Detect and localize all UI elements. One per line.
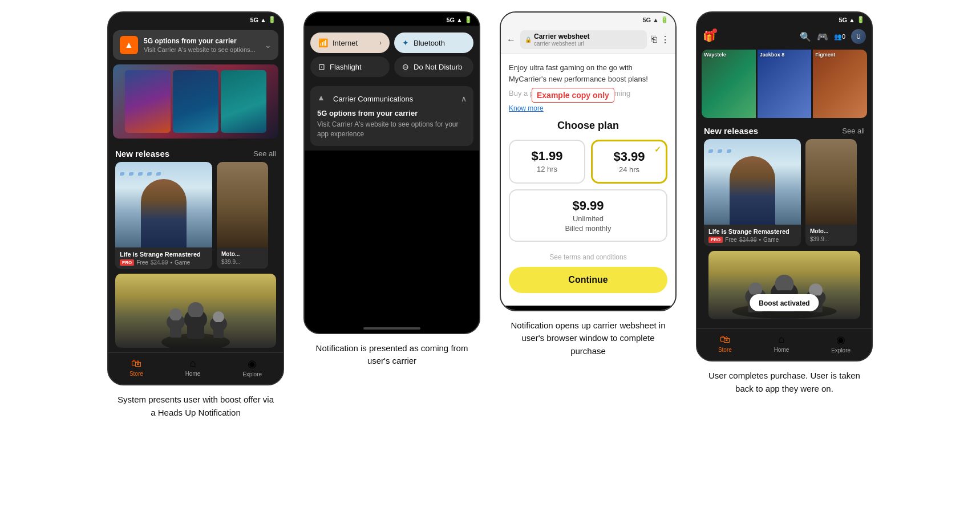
controller-icon[interactable]: 🎮 xyxy=(817,31,828,42)
p4-game-type: Game xyxy=(763,237,779,243)
browser-back-button[interactable]: ← xyxy=(507,35,516,45)
choose-plan-title: Choose plan xyxy=(509,120,667,132)
butterfly-2 xyxy=(129,172,133,176)
butterfly-5 xyxy=(156,172,161,176)
toggle-row-2: ⊡ Flashlight ⊖ Do Not Disturb xyxy=(310,56,473,77)
browser-url-bar[interactable]: 🔒 Carrier websheet carrier websheet url xyxy=(520,30,647,49)
phone4-column: 5G ▲ 🔋 🎁 🔍 🎮 👥0 U xyxy=(693,11,876,395)
promo-text-1: Enjoy ultra fast gaming on the go with M… xyxy=(509,63,648,83)
see-all-link[interactable]: See all xyxy=(253,149,276,158)
share-icon[interactable]: ⎗ xyxy=(651,34,657,45)
p4-butterfly-2 xyxy=(718,149,722,153)
store-icon: 🛍 xyxy=(131,357,141,369)
svg-rect-6 xyxy=(187,317,204,339)
p4-store-icon: 🛍 xyxy=(720,334,730,346)
phone1-status-bar: 5G ▲ 🔋 xyxy=(108,13,283,26)
dnd-label: Do Not Disturb xyxy=(414,63,462,71)
p4-nav-explore[interactable]: ◉ Explore xyxy=(831,334,851,354)
internet-label: Internet xyxy=(333,39,358,47)
p4-moto-img xyxy=(805,139,857,225)
avatar[interactable]: U xyxy=(851,29,866,44)
notification-icon: ▲ xyxy=(120,36,138,54)
moto-card[interactable]: Moto... $39.9... xyxy=(217,162,268,269)
continue-button[interactable]: Continue xyxy=(509,267,667,293)
p4-home-label: Home xyxy=(774,347,789,353)
carrier-notif-title: 5G options from your carrier xyxy=(317,109,467,117)
notification-expand[interactable]: ⌄ xyxy=(265,40,272,50)
nav-home[interactable]: ⌂ Home xyxy=(185,357,201,377)
dot-separator: • xyxy=(171,259,173,266)
life-is-strange-card[interactable]: Life is Strange Remastered PRO Free $24.… xyxy=(115,162,212,269)
caption-1: System presents user with boost offer vi… xyxy=(116,393,276,419)
gift-icon-badge[interactable]: 🎁 xyxy=(703,30,715,43)
p4-butterfly-3 xyxy=(727,149,731,153)
websheet-body: Enjoy ultra fast gaming on the go with M… xyxy=(501,54,675,306)
butterfly-4 xyxy=(147,172,152,176)
phone3-column: 5G ▲ 🔋 ← 🔒 Carrier websheet carrier webs… xyxy=(497,11,679,357)
p4-game-meta: PRO Free $24.99 • Game xyxy=(708,237,796,243)
p4-moto-card[interactable]: Moto... $39.9... xyxy=(805,139,857,246)
plan-2-card[interactable]: ✓ $3.99 24 hrs xyxy=(591,140,667,184)
new-releases-header: New releases See all xyxy=(108,143,283,162)
caption-3: Notification opens up carrier websheet i… xyxy=(508,319,668,358)
moto-card-info: Moto... $39.9... xyxy=(217,247,268,269)
svg-point-2 xyxy=(169,308,182,321)
plan-grid: $1.99 12 hrs ✓ $3.99 24 hrs xyxy=(509,140,667,184)
figment-label: Figment xyxy=(815,52,835,58)
menu-icon[interactable]: ⋮ xyxy=(661,34,670,45)
p4-nav-store[interactable]: 🛍 Store xyxy=(718,334,732,354)
phone3-status-bar: 5G ▲ 🔋 xyxy=(501,13,675,26)
carrier-expand-icon[interactable]: ∧ xyxy=(461,94,467,103)
home-bar xyxy=(305,322,479,333)
p4-see-all-link[interactable]: See all xyxy=(842,127,865,135)
heads-up-notification[interactable]: ▲ 5G options from your carrier Visit Car… xyxy=(113,30,278,60)
flashlight-label: Flashlight xyxy=(330,63,362,71)
dnd-toggle[interactable]: ⊖ Do Not Disturb xyxy=(394,56,473,77)
p4-dot: • xyxy=(759,237,762,243)
banner-games xyxy=(123,68,269,135)
plan-1-card[interactable]: $1.99 12 hrs xyxy=(509,140,585,184)
example-badge: Example copy only xyxy=(532,88,614,103)
game-meta: PRO Free $24.99 • Game xyxy=(120,259,208,266)
p4-character xyxy=(730,156,775,225)
p4-pro-badge: PRO xyxy=(708,237,723,243)
bottom-nav: 🛍 Store ⌂ Home ◉ Explore xyxy=(108,352,283,384)
jackbox8-label: Jackbox 8 xyxy=(760,52,785,58)
p4-second-row: Boost activated xyxy=(697,251,872,328)
browser-url: carrier websheet url xyxy=(534,40,589,47)
soldier-card[interactable] xyxy=(115,274,276,348)
p4-explore-label: Explore xyxy=(831,347,851,354)
search-icon[interactable]: 🔍 xyxy=(800,31,811,42)
caption-4: User completes purchase. User is taken b… xyxy=(704,369,864,395)
plan-1-duration: 12 hrs xyxy=(518,165,576,173)
p4-nav-home[interactable]: ⌂ Home xyxy=(774,334,789,354)
p4-status-icons: 5G ▲ 🔋 xyxy=(839,16,865,23)
p4-games-row: Life is Strange Remastered PRO Free $24.… xyxy=(697,139,872,246)
phone2-status-bar: 5G ▲ 🔋 xyxy=(305,13,479,26)
p4-game-name: Life is Strange Remastered xyxy=(708,228,796,235)
nav-store[interactable]: 🛍 Store xyxy=(129,357,143,377)
new-releases-title: New releases xyxy=(115,149,169,159)
bluetooth-toggle[interactable]: ✦ Bluetooth xyxy=(394,32,473,53)
carrier-title-row: ▲ Carrier Communications xyxy=(317,93,413,104)
toggle-row-1: 📶 Internet › ✦ Bluetooth xyxy=(310,32,473,53)
browser-actions: ⎗ ⋮ xyxy=(651,34,670,45)
p4-lis-img xyxy=(704,139,801,225)
top-header: 🎁 🔍 🎮 👥0 U xyxy=(697,26,872,47)
internet-toggle[interactable]: 📶 Internet › xyxy=(310,32,390,53)
banner-waystele: Waystele xyxy=(702,50,756,118)
p2-status-icons: 5G ▲ 🔋 xyxy=(446,16,472,23)
p4-life-is-strange-card[interactable]: Life is Strange Remastered PRO Free $24.… xyxy=(704,139,801,246)
waystele-label: Waystele xyxy=(704,52,726,58)
know-more-link[interactable]: Know more xyxy=(509,103,667,113)
game-price-free: Free xyxy=(136,259,148,266)
life-is-strange-img xyxy=(115,162,212,247)
nav-explore[interactable]: ◉ Explore xyxy=(242,357,262,377)
browser-title-group: Carrier websheet carrier websheet url xyxy=(534,32,589,47)
signal-icon: 5G xyxy=(250,17,258,23)
flashlight-toggle[interactable]: ⊡ Flashlight xyxy=(310,56,390,77)
plan-3-card[interactable]: $9.99 Unlimited Billed monthly xyxy=(509,189,667,242)
svg-rect-3 xyxy=(170,320,181,338)
game-name: Life is Strange Remastered xyxy=(120,251,208,258)
explore-icon: ◉ xyxy=(248,357,257,370)
